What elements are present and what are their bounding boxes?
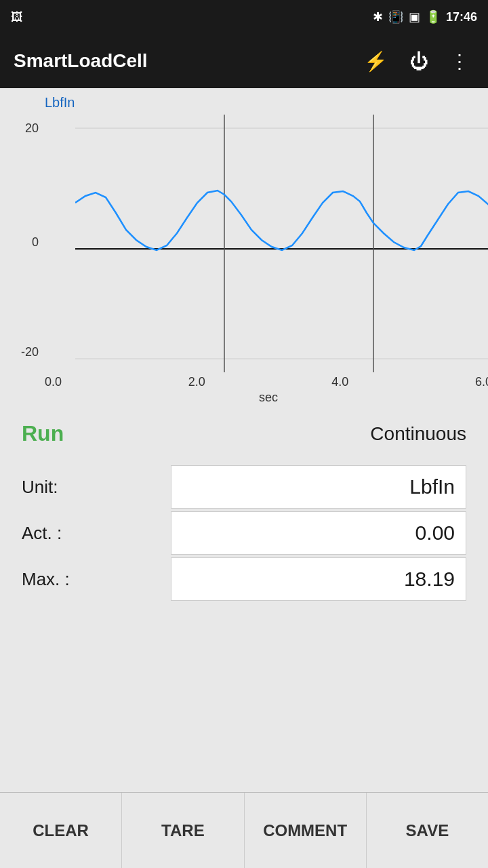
status-left: 🖼 [11, 10, 23, 24]
vibrate-icon: 📳 [388, 9, 403, 24]
chart-unit-label: LbfIn [45, 95, 477, 111]
power-icon[interactable]: ⏻ [404, 45, 434, 78]
status-time: 17:46 [446, 10, 477, 24]
main-content: LbfIn 20 0 -20 [0, 88, 488, 610]
unit-row: Unit: LbfIn [22, 465, 466, 509]
y-label-0: 0 [32, 235, 39, 250]
act-label: Act. : [22, 523, 171, 544]
run-label: Run [22, 421, 64, 446]
x-tick-6: 6.0 [475, 375, 488, 389]
tare-button[interactable]: TARE [122, 793, 244, 869]
status-bar: 🖼 ✱ 📳 ▣ 🔋 17:46 [0, 0, 488, 34]
more-options-icon[interactable]: ⋮ [445, 45, 474, 78]
unit-value: LbfIn [171, 465, 466, 509]
x-tick-4: 4.0 [331, 375, 348, 389]
status-row: Run Continuous [11, 412, 477, 452]
x-tick-0: 0.0 [45, 375, 62, 389]
battery-icon: 🔋 [426, 9, 441, 24]
y-label-neg20: -20 [21, 345, 39, 359]
x-axis-label: sec [259, 391, 278, 404]
comment-button[interactable]: COMMENT [245, 793, 367, 869]
app-bar: SmartLoadCell ⚡ ⏻ ⋮ [0, 34, 488, 88]
continuous-label: Continuous [370, 423, 466, 445]
max-row: Max. : 18.19 [22, 557, 466, 601]
chart-svg [75, 115, 488, 372]
sim-icon: ▣ [409, 9, 420, 24]
app-title: SmartLoadCell [14, 50, 348, 72]
image-icon: 🖼 [11, 10, 23, 24]
values-section: Unit: LbfIn Act. : 0.00 Max. : 18.19 [11, 452, 477, 610]
x-tick-2: 2.0 [188, 375, 205, 389]
svg-rect-0 [75, 115, 488, 372]
chart-svg-area [75, 115, 477, 372]
bluetooth-icon: ✱ [373, 9, 383, 24]
status-right: ✱ 📳 ▣ 🔋 17:46 [373, 9, 477, 24]
battery-charging-icon[interactable]: ⚡ [359, 45, 393, 78]
chart-container: LbfIn 20 0 -20 [11, 95, 477, 412]
act-row: Act. : 0.00 [22, 511, 466, 555]
act-value: 0.00 [171, 511, 466, 555]
unit-label: Unit: [22, 477, 171, 498]
clear-button[interactable]: CLEAR [0, 793, 122, 869]
y-label-20: 20 [25, 121, 39, 136]
bottom-bar: CLEAR TARE COMMENT SAVE [0, 792, 488, 868]
save-button[interactable]: SAVE [367, 793, 488, 869]
max-label: Max. : [22, 569, 171, 590]
max-value: 18.19 [171, 557, 466, 601]
